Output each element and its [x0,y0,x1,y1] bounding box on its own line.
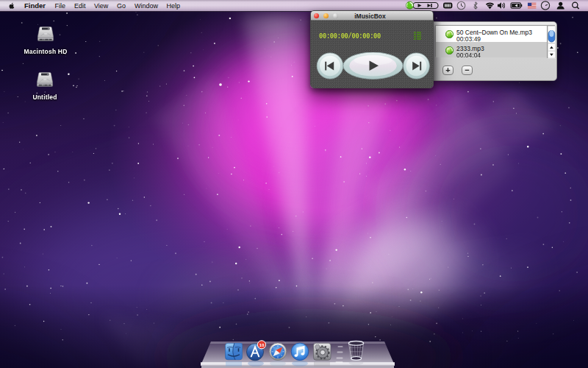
svg-text:10: 10 [259,342,265,347]
